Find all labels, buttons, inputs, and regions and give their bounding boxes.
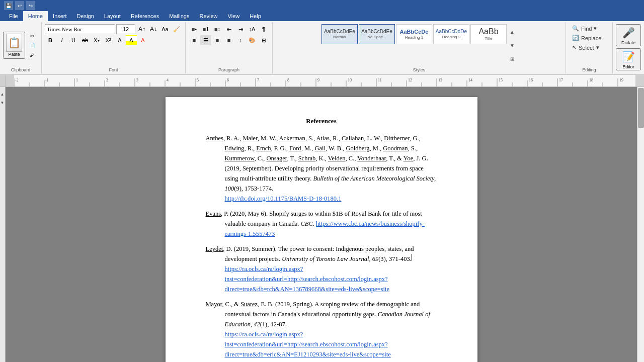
subscript-button[interactable]: X₂ (91, 35, 102, 45)
align-left-button[interactable]: ≡ (189, 35, 200, 45)
left-margin: ▲ ▼ (0, 87, 6, 362)
format-painter-button[interactable]: 🖌 (26, 50, 38, 59)
margin-btn-2[interactable]: ▼ (0, 101, 5, 105)
justify-button[interactable]: ≡ (223, 35, 234, 45)
change-case-button[interactable]: Aa (159, 24, 171, 34)
clipboard-label: Clipboard (11, 66, 31, 72)
styles-group-label: Styles (413, 66, 426, 72)
tab-design[interactable]: Design (72, 11, 99, 21)
superscript-button[interactable]: X² (103, 35, 114, 45)
find-icon: 🔍 (572, 25, 579, 32)
style-heading1-label: Heading 1 (405, 35, 423, 40)
voice-content: 🎤 Dictate 📝 Editor (616, 24, 641, 72)
ref1-author-yoe: Yoe (404, 155, 414, 162)
scrollbar-thumb[interactable] (638, 88, 644, 128)
paste-button[interactable]: 📋 Paste (3, 32, 25, 59)
clipboard-group: 📋 Paste ✂ 📄 🖌 Clipboard (0, 22, 42, 73)
ref3-author-leydet: Leydet (206, 245, 223, 252)
margin-btn-1[interactable]: ▲ (0, 92, 5, 97)
multilevel-button[interactable]: ≡↕ (212, 24, 223, 34)
document-scroll[interactable]: References Anthes, R. A., Maier, M. W., … (6, 87, 637, 362)
tab-help[interactable]: Help (245, 11, 266, 21)
style-no-spacing[interactable]: AaBbCcDdEe No Spac... (359, 24, 395, 44)
decrease-font-size-button[interactable]: A↓ (148, 24, 159, 34)
style-heading2[interactable]: AaBbCcDdDe Heading 2 (433, 24, 469, 44)
tab-references[interactable]: References (126, 11, 164, 21)
ref1-author-atlas: Atlas (316, 135, 330, 142)
style-normal-label: Normal (333, 35, 346, 39)
svg-text:19: 19 (619, 78, 623, 82)
select-button[interactable]: ↖ Select ▾ (569, 43, 609, 52)
svg-text:-2: -2 (15, 78, 19, 82)
tab-layout[interactable]: Layout (99, 11, 126, 21)
tab-insert[interactable]: Insert (48, 11, 72, 21)
align-center-button[interactable]: ☰ (200, 35, 211, 45)
align-right-button[interactable]: ≡ (212, 35, 223, 45)
font-size-input[interactable]: 12 (116, 24, 135, 34)
italic-button[interactable]: I (56, 35, 67, 45)
text-highlight-button[interactable]: A (126, 35, 137, 45)
sort-button[interactable]: ↕A (247, 24, 258, 34)
text-effects-button[interactable]: A (114, 35, 125, 45)
style-normal[interactable]: AaBbCcDdEe Normal (321, 24, 358, 44)
editor-button[interactable]: 📝 Editor (616, 48, 641, 70)
styles-content: AaBbCcDdEe Normal AaBbCcDdEe No Spac... … (321, 24, 517, 66)
underline-button[interactable]: U (68, 35, 79, 45)
style-normal-preview: AaBbCcDdEe (324, 29, 355, 34)
styles-scroll-up[interactable]: ▲ (509, 25, 516, 38)
increase-indent-button[interactable]: ⇥ (235, 24, 246, 34)
ruler-gray-left (6, 75, 14, 86)
ref1-author-goodman: Goodman (383, 145, 408, 152)
numbering-button[interactable]: ≡1 (200, 24, 211, 34)
ref4-journal: Canadian Journal of Education, 42 (225, 311, 430, 328)
tab-file[interactable]: File (4, 11, 23, 21)
save-quick-btn[interactable]: 💾 (4, 1, 13, 10)
tab-view[interactable]: View (223, 11, 245, 21)
text-cursor (412, 254, 412, 261)
find-button[interactable]: 🔍 Find ▾ (569, 24, 609, 33)
ribbon-tabs: File Home Insert Design Layout Reference… (0, 11, 644, 21)
tab-home[interactable]: Home (23, 11, 48, 21)
tab-review[interactable]: Review (195, 11, 223, 21)
decrease-indent-button[interactable]: ⇤ (223, 24, 234, 34)
svg-text:11: 11 (378, 78, 382, 82)
svg-text:5: 5 (197, 78, 199, 82)
svg-text:16: 16 (529, 78, 533, 82)
font-color-button[interactable]: A (137, 35, 148, 45)
bullets-button[interactable]: ≡• (189, 24, 200, 34)
ref2-url[interactable]: https://www.cbc.ca/news/business/shopify… (225, 220, 425, 237)
ref3-url[interactable]: https://ra.ocls.ca/ra/login.aspx?inst=co… (225, 265, 390, 293)
cut-button[interactable]: ✂ (26, 31, 38, 40)
tab-mailings[interactable]: Mailings (164, 11, 194, 21)
reference-entry-3: Leydet, D. (2019, Summer). The power to … (206, 244, 437, 294)
select-dropdown-icon: ▾ (596, 44, 599, 51)
clear-formatting-button[interactable]: 🧹 (171, 24, 182, 34)
bold-button[interactable]: B (45, 35, 56, 45)
ref4-url[interactable]: https://ra.ocls.ca/ra/login.aspx?inst=co… (225, 331, 391, 358)
styles-gallery: AaBbCcDdEe Normal AaBbCcDdEe No Spac... … (321, 24, 507, 66)
paragraph-group: ≡• ≡1 ≡↕ ⇤ ⇥ ↕A ¶ ≡ ☰ ≡ ≡ ↕ 🎨 ⊞ Paragrap… (186, 22, 273, 73)
line-spacing-button[interactable]: ↕ (235, 35, 246, 45)
style-title[interactable]: AaBb Title (470, 24, 507, 44)
replace-icon: 🔄 (572, 35, 579, 41)
styles-expand[interactable]: ⊞ (509, 52, 516, 65)
replace-button[interactable]: 🔄 Replace (569, 34, 609, 42)
font-family-input[interactable]: Times New Ror (45, 24, 115, 34)
dictate-button[interactable]: 🎤 Dictate (616, 24, 641, 46)
svg-text:14: 14 (468, 78, 472, 82)
shading-button[interactable]: 🎨 (247, 35, 258, 45)
copy-button[interactable]: 📄 (26, 41, 38, 50)
ref1-url[interactable]: http://dx.doi.org/10.1175/BAMS-D-18-0180… (225, 195, 342, 202)
ref1-journal: Bulletin of the American Meteorological … (225, 175, 436, 192)
styles-scroll-down[interactable]: ▼ (509, 39, 516, 52)
style-heading1[interactable]: AaBbCcDc Heading 1 (396, 24, 432, 44)
show-hide-button[interactable]: ¶ (258, 24, 269, 34)
borders-button[interactable]: ⊞ (258, 35, 269, 45)
increase-font-size-button[interactable]: A↑ (136, 24, 147, 34)
paragraph-content: ≡• ≡1 ≡↕ ⇤ ⇥ ↕A ¶ ≡ ☰ ≡ ≡ ↕ 🎨 ⊞ (189, 24, 269, 66)
strikethrough-button[interactable]: ab (79, 35, 91, 45)
ref1-author-anthes: Anthes (206, 135, 223, 142)
redo-quick-btn[interactable]: ↪ (26, 1, 35, 10)
vertical-scrollbar[interactable] (637, 87, 644, 362)
undo-quick-btn[interactable]: ↩ (15, 1, 24, 10)
